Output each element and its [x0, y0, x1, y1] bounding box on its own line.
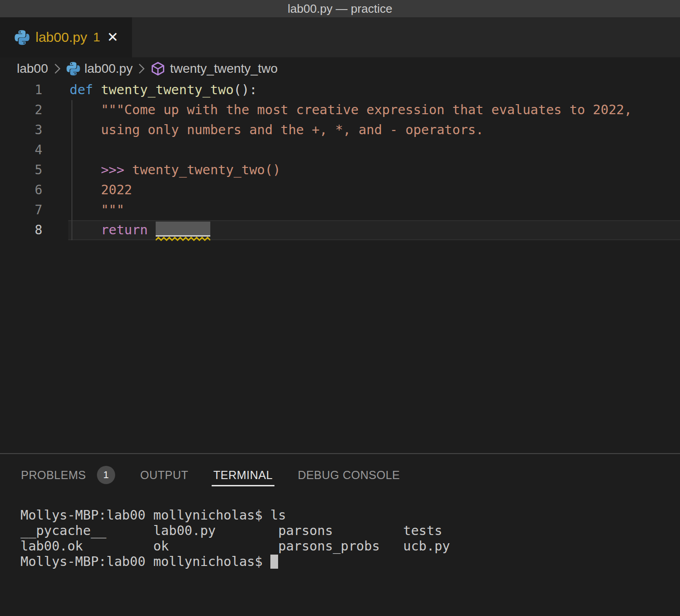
code-token [70, 102, 101, 117]
line-number: 3 [0, 120, 42, 140]
code-lines: 1def twenty_twenty_two():2 """Come up wi… [0, 80, 680, 240]
code-line[interactable]: 3 using only numbers and the +, *, and -… [0, 120, 680, 140]
code-token: >>> [101, 162, 124, 177]
code-line[interactable]: 7 """ [0, 200, 680, 220]
breadcrumb-symbol[interactable]: twenty_twenty_two [170, 61, 278, 76]
terminal-line: Mollys-MBP:lab00 mollynicholas$ ls [20, 508, 680, 523]
code-text: using only numbers and the +, *, and - o… [70, 120, 483, 140]
panel-tab-output[interactable]: OUTPUT [140, 454, 188, 496]
panel-tab-problems[interactable]: PROBLEMS1 [21, 454, 115, 496]
code-token: 2022 [70, 182, 132, 197]
code-line[interactable]: 4 [0, 140, 680, 160]
breadcrumb-file[interactable]: lab00.py [85, 61, 133, 76]
selection-warning-box [156, 222, 210, 237]
code-editor[interactable]: 1def twenty_twenty_two():2 """Come up wi… [0, 80, 680, 453]
panel-tab-label: TERMINAL [213, 469, 273, 482]
code-token: def [70, 82, 93, 97]
code-token: twenty_twenty_two() [132, 162, 280, 177]
line-number: 2 [0, 100, 42, 120]
terminal-text: Mollys-MBP:lab00 mollynicholas$ [20, 554, 270, 569]
code-token: twenty_twenty_two [101, 82, 234, 97]
window-title: lab00.py — practice [288, 2, 392, 16]
line-number: 7 [0, 200, 42, 220]
problems-count-badge: 1 [97, 466, 115, 484]
indent-guide [71, 100, 72, 240]
terminal[interactable]: Mollys-MBP:lab00 mollynicholas$ ls__pyca… [0, 496, 680, 570]
panel-tab-label: OUTPUT [140, 469, 188, 482]
code-token: """Come up with the most creative expres… [101, 102, 632, 117]
code-text: 2022 [70, 180, 132, 200]
code-token: """ [70, 202, 124, 217]
line-number: 6 [0, 180, 42, 200]
close-icon[interactable]: ✕ [107, 30, 118, 44]
tab-lab00py[interactable]: lab00.py 1 ✕ [0, 17, 132, 57]
python-icon [15, 30, 30, 45]
code-token: (): [233, 82, 257, 97]
code-line[interactable]: 2 """Come up with the most creative expr… [0, 100, 680, 120]
panel-tab-label: DEBUG CONSOLE [298, 469, 400, 482]
code-line[interactable]: 1def twenty_twenty_two(): [0, 80, 680, 100]
editor-tab-strip: lab00.py 1 ✕ [0, 17, 680, 57]
chevron-right-icon [54, 63, 61, 75]
tab-filename: lab00.py [36, 30, 87, 45]
terminal-text: __pycache__ lab00.py parsons tests [20, 523, 442, 538]
terminal-line: lab00.ok ok parsons_probs ucb.py [20, 539, 680, 554]
code-token: return [101, 222, 148, 237]
line-number: 5 [0, 160, 42, 180]
python-icon [66, 62, 80, 76]
code-text: def twenty_twenty_two(): [70, 80, 257, 100]
active-tab-underline [212, 485, 274, 486]
terminal-text: Mollys-MBP:lab00 mollynicholas$ ls [20, 508, 286, 523]
panel-tab-debug-console[interactable]: DEBUG CONSOLE [298, 454, 400, 496]
code-text: >>> twenty_twenty_two() [70, 160, 280, 180]
breadcrumb-folder[interactable]: lab00 [17, 61, 48, 76]
code-text: """ [70, 200, 124, 220]
line-number: 8 [0, 220, 42, 240]
line-number: 4 [0, 140, 42, 160]
tab-problem-count: 1 [93, 30, 100, 45]
terminal-cursor [270, 555, 278, 569]
chevron-right-icon [138, 63, 145, 75]
code-token [148, 222, 156, 237]
panel-tab-label: PROBLEMS [21, 469, 86, 482]
code-text: """Come up with the most creative expres… [70, 100, 632, 120]
code-text: return [70, 220, 210, 240]
window-titlebar: lab00.py — practice [0, 0, 680, 17]
code-token [93, 82, 101, 97]
terminal-text: lab00.ok ok parsons_probs ucb.py [20, 539, 450, 554]
code-line[interactable]: 8 return [0, 220, 680, 240]
symbol-method-icon [151, 61, 165, 76]
terminal-line: __pycache__ lab00.py parsons tests [20, 523, 680, 539]
code-token [124, 162, 132, 177]
bottom-panel: PROBLEMS1OUTPUTTERMINALDEBUG CONSOLE Mol… [0, 453, 680, 616]
breadcrumb: lab00 lab00.py twenty_twenty_two [0, 57, 680, 80]
code-token [70, 162, 101, 177]
panel-tab-terminal[interactable]: TERMINAL [213, 454, 273, 496]
terminal-line: Mollys-MBP:lab00 mollynicholas$ [20, 554, 680, 570]
panel-tabs: PROBLEMS1OUTPUTTERMINALDEBUG CONSOLE [0, 454, 680, 496]
code-line[interactable]: 6 2022 [0, 180, 680, 200]
line-number: 1 [0, 80, 42, 100]
code-token [70, 222, 101, 237]
code-line[interactable]: 5 >>> twenty_twenty_two() [0, 160, 680, 180]
code-token: using only numbers and the +, *, and - o… [70, 122, 483, 137]
